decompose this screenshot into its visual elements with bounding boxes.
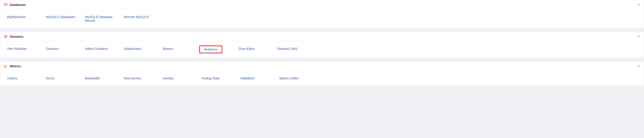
link-site-publisher[interactable]: Site Publisher	[5, 46, 44, 53]
link-zone-editor[interactable]: Zone Editor	[236, 46, 275, 53]
link-phpmyadmin[interactable]: phpMyAdmin	[5, 14, 44, 24]
panel-header-domains[interactable]: Domains	[0, 32, 644, 42]
chevron-up-icon[interactable]	[637, 64, 640, 68]
panel-header-left: Databases	[4, 3, 26, 7]
link-aliases[interactable]: Aliases	[160, 46, 199, 53]
link-raw-access[interactable]: Raw Access	[122, 75, 160, 82]
panel-header-left: Domains	[4, 35, 23, 38]
link-dynamic-dns[interactable]: Dynamic DNS	[275, 46, 314, 53]
link-subdomains[interactable]: Subdomains	[122, 46, 160, 53]
link-metrics-editor[interactable]: Metrics Editor	[277, 75, 316, 82]
link-analog-stats[interactable]: Analog Stats	[199, 75, 238, 82]
panel-domains: Domains Site Publisher Domains Addon Dom…	[0, 32, 644, 58]
panel-title-metrics: Metrics	[10, 64, 21, 68]
panel-title-databases: Databases	[10, 3, 26, 7]
link-mysql-database-wizard[interactable]: MySQL® Database Wizard	[82, 14, 122, 24]
link-errors[interactable]: Errors	[44, 75, 82, 82]
panel-body-databases: phpMyAdmin MySQL® Databases MySQL® Datab…	[0, 10, 644, 28]
chevron-up-icon[interactable]	[637, 35, 640, 38]
link-webalizer[interactable]: Webalizer	[238, 75, 277, 82]
link-awstats[interactable]: Awstats	[160, 75, 199, 82]
link-visitors[interactable]: Visitors	[5, 75, 44, 82]
link-addon-domains[interactable]: Addon Domains	[82, 46, 122, 53]
panel-databases: Databases phpMyAdmin MySQL® Databases My…	[0, 0, 644, 28]
chevron-up-icon[interactable]	[637, 3, 640, 6]
database-icon	[4, 3, 8, 7]
link-domains[interactable]: Domains	[44, 46, 82, 53]
panel-title-domains: Domains	[10, 35, 23, 38]
chart-icon	[4, 64, 8, 68]
panel-header-metrics[interactable]: Metrics	[0, 62, 644, 71]
panel-header-left: Metrics	[4, 64, 21, 68]
link-redirects[interactable]: Redirects	[199, 46, 222, 53]
globe-icon	[4, 35, 8, 38]
link-remote-mysql[interactable]: Remote MySQL®	[122, 14, 160, 24]
panel-body-metrics: Visitors Errors Bandwidth Raw Access Aws…	[0, 71, 644, 86]
panel-metrics: Metrics Visitors Errors Bandwidth Raw Ac…	[0, 61, 644, 86]
link-mysql-databases[interactable]: MySQL® Databases	[44, 14, 82, 24]
panel-body-domains: Site Publisher Domains Addon Domains Sub…	[0, 42, 644, 58]
svg-point-0	[4, 3, 7, 4]
link-bandwidth[interactable]: Bandwidth	[82, 75, 122, 82]
panel-header-databases[interactable]: Databases	[0, 0, 644, 10]
